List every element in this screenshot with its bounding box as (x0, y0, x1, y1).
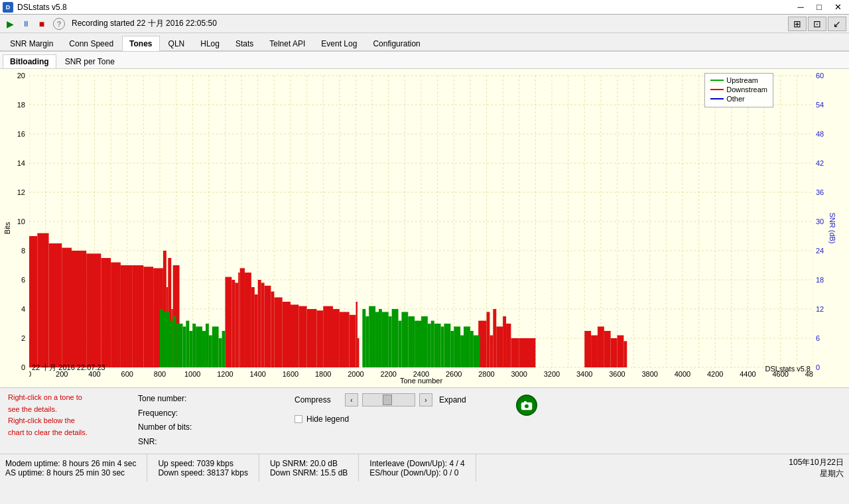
svg-text:18: 18 (17, 101, 25, 109)
svg-rect-175 (389, 316, 392, 367)
legend-upstream-label: Upstream (726, 76, 758, 84)
down-speed-label: Down speed: (158, 468, 204, 477)
svg-rect-173 (379, 309, 382, 367)
svg-rect-163 (202, 331, 206, 367)
snrm-section: Up SNRM: 20.0 dB Down SNRM: 15.5 dB (259, 454, 359, 481)
svg-rect-191 (470, 331, 474, 367)
tab-hlog[interactable]: HLog (193, 36, 227, 51)
minimize-button[interactable]: ─ (792, 1, 809, 14)
play-button[interactable]: ▶ (3, 17, 17, 31)
as-uptime-label-row: AS uptime: 8 hours 25 min 30 sec (5, 468, 136, 477)
svg-rect-106 (143, 267, 153, 367)
toolbar-right: ⊞ ⊡ ↙ (788, 17, 846, 31)
svg-rect-155 (170, 321, 173, 367)
snr-label: SNR: (138, 437, 157, 446)
help-button[interactable]: ? (53, 18, 65, 30)
svg-rect-97 (37, 233, 48, 367)
chart-container: Bits 02468101214161820 02004006008001000… (0, 69, 849, 387)
svg-rect-113 (226, 277, 232, 367)
main-chart[interactable]: 0200400600800100012001400160018002000220… (29, 69, 813, 387)
restore-button[interactable]: □ (811, 1, 828, 14)
up-snrm-value: 20.0 dB (310, 459, 338, 468)
svg-rect-189 (460, 336, 464, 367)
subtab-snr-per-tone[interactable]: SNR per Tone (58, 54, 122, 68)
svg-rect-102 (101, 258, 111, 367)
svg-rect-143 (506, 324, 511, 367)
svg-text:36: 36 (816, 188, 824, 196)
svg-text:0: 0 (29, 370, 31, 378)
tab-event-log[interactable]: Event Log (314, 36, 364, 51)
down-speed-row: Down speed: 38137 kbps (158, 468, 247, 477)
tab-configuration[interactable]: Configuration (365, 36, 427, 51)
up-speed-value: 7039 kbps (197, 459, 233, 468)
svg-rect-159 (186, 321, 189, 367)
legend-upstream: Upstream (710, 76, 767, 84)
close-button[interactable]: ✕ (829, 1, 846, 14)
tab-snr-margin[interactable]: SNR Margin (3, 36, 60, 51)
legend-other-color (710, 98, 724, 99)
toolbar: ▶ ⏸ ■ ? Recording started 22 十月 2016 22:… (0, 15, 849, 33)
tab-conn-speed[interactable]: Conn Speed (62, 36, 121, 51)
toolbar-right-btn1[interactable]: ⊞ (788, 17, 807, 31)
up-speed-row: Up speed: 7039 kbps (158, 459, 247, 468)
svg-rect-101 (86, 253, 101, 367)
svg-rect-187 (450, 331, 454, 367)
svg-rect-168 (222, 331, 226, 367)
num-bits-row: Number of bits: (138, 420, 284, 435)
svg-rect-149 (604, 331, 611, 367)
compress-right-btn[interactable]: › (419, 393, 432, 407)
expand-label: Expand (439, 395, 479, 405)
toolbar-right-btn3[interactable]: ↙ (828, 17, 846, 31)
tab-stats[interactable]: Stats (228, 36, 261, 51)
tone-number-label: Tone number: (138, 394, 186, 403)
hide-legend-checkbox[interactable] (294, 415, 302, 423)
svg-text:2800: 2800 (478, 370, 494, 378)
svg-rect-133 (340, 312, 350, 367)
compress-track[interactable] (362, 393, 415, 407)
tab-qln[interactable]: QLN (161, 36, 192, 51)
stop-button[interactable]: ■ (34, 17, 49, 31)
modem-uptime-section: Modem uptime: 8 hours 26 min 4 sec AS up… (5, 454, 147, 481)
svg-rect-119 (251, 287, 255, 367)
legend-downstream: Downstream (710, 86, 767, 94)
svg-text:3600: 3600 (609, 370, 625, 378)
svg-rect-120 (255, 294, 258, 367)
svg-text:1800: 1800 (315, 370, 331, 378)
compress-thumb[interactable] (383, 395, 392, 405)
svg-rect-176 (392, 309, 399, 367)
svg-rect-183 (431, 321, 434, 367)
svg-rect-177 (399, 321, 402, 367)
modem-uptime-label: Modem uptime: (5, 459, 60, 468)
tab-tones[interactable]: Tones (122, 36, 159, 51)
up-speed-label: Up speed: (158, 459, 194, 468)
toolbar-right-btn2[interactable]: ⊡ (808, 17, 826, 31)
pause-button[interactable]: ⏸ (19, 17, 33, 31)
svg-rect-123 (265, 286, 271, 367)
subtab-bitloading[interactable]: Bitloading (3, 54, 56, 68)
svg-rect-114 (231, 280, 235, 367)
svg-text:12: 12 (17, 188, 25, 196)
svg-text:4: 4 (21, 305, 25, 313)
svg-rect-124 (271, 292, 274, 367)
svg-rect-132 (333, 309, 340, 367)
svg-rect-98 (49, 243, 62, 367)
svg-rect-145 (519, 338, 536, 367)
legend: Upstream Downstream Other (704, 73, 773, 107)
svg-rect-103 (111, 263, 121, 367)
legend-other-label: Other (726, 95, 745, 103)
tab-telnet-api[interactable]: Telnet API (262, 36, 312, 51)
es-hour-label: ES/hour (Down/Up): (369, 468, 440, 477)
svg-text:800: 800 (154, 370, 166, 378)
svg-rect-162 (196, 326, 202, 367)
legend-other: Other (710, 95, 767, 103)
camera-button[interactable] (516, 395, 537, 416)
svg-text:2200: 2200 (381, 370, 397, 378)
svg-text:10: 10 (17, 218, 25, 225)
svg-rect-100 (72, 251, 86, 367)
compress-left-btn[interactable]: ‹ (345, 393, 358, 407)
svg-rect-180 (415, 321, 421, 367)
titlebar-left: D DSLstats v5.8 (3, 2, 67, 13)
datetime-label: 105年10月22日 (789, 457, 844, 468)
svg-rect-134 (350, 315, 356, 367)
svg-rect-140 (493, 309, 496, 367)
